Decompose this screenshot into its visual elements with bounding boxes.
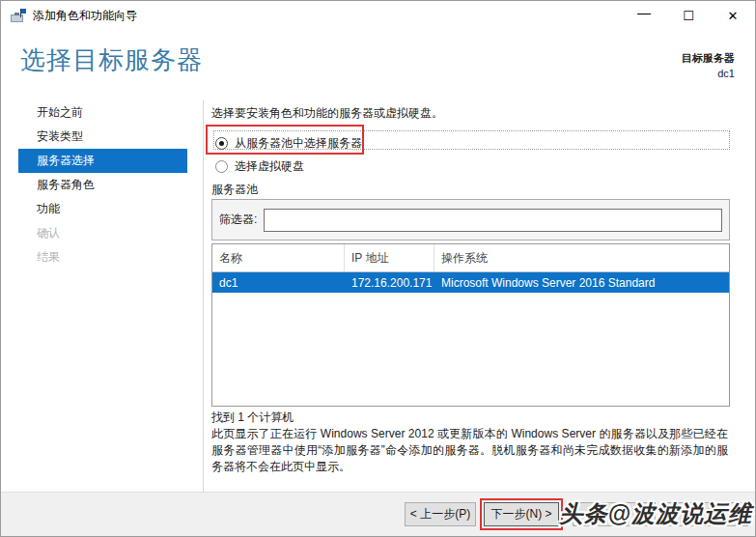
radio-unchecked-icon[interactable]	[215, 160, 228, 173]
window-title: 添加角色和功能向导	[33, 8, 137, 24]
column-header-name[interactable]: 名称	[212, 244, 345, 271]
sidebar-item-features[interactable]: 功能	[18, 197, 187, 221]
minimize-icon[interactable]: —	[622, 1, 666, 30]
table-header-row: 名称 IP 地址 操作系统	[212, 244, 729, 272]
filter-input[interactable]	[264, 209, 722, 232]
cell-server-name: dc1	[212, 276, 345, 290]
watermark-text: 头条@波波说运维	[560, 498, 752, 529]
sidebar-item-installation-type[interactable]: 安装类型	[18, 125, 187, 149]
server-pool-table: 名称 IP 地址 操作系统 dc1 172.16.200.171 Microso…	[211, 243, 730, 407]
cell-server-os: Microsoft Windows Server 2016 Standard	[434, 276, 729, 290]
radio-vhd-label[interactable]: 选择虚拟硬盘	[235, 158, 304, 175]
wizard-header: 选择目标服务器 目标服务器 dc1	[1, 30, 755, 100]
computers-found-text: 找到 1 个计算机	[211, 410, 294, 426]
sidebar-item-results: 结果	[18, 245, 187, 269]
sidebar-item-server-selection[interactable]: 服务器选择	[18, 149, 187, 173]
title-bar: 添加角色和功能向导 — ☐ ✕	[1, 1, 755, 30]
sidebar-item-before-you-begin[interactable]: 开始之前	[18, 100, 187, 125]
sidebar-item-server-roles[interactable]: 服务器角色	[18, 173, 187, 197]
radio-checked-icon[interactable]	[215, 137, 228, 150]
window-controls: — ☐ ✕	[622, 1, 755, 30]
column-header-ip[interactable]: IP 地址	[345, 244, 434, 271]
wizard-window: 添加角色和功能向导 — ☐ ✕ 选择目标服务器 目标服务器 dc1 开始之前 安…	[0, 0, 756, 537]
page-description-text: 此页显示了正在运行 Windows Server 2012 或更新版本的 Win…	[211, 426, 728, 475]
next-button[interactable]: 下一步(N) >	[484, 502, 559, 526]
table-row-dc1[interactable]: dc1 172.16.200.171 Microsoft Windows Ser…	[212, 272, 729, 293]
wizard-app-icon	[10, 8, 26, 23]
wizard-footer: < 上一步(P) 下一步(N) > 安装(I) 取消 头条@波波说运维	[1, 492, 755, 536]
server-pool-title: 服务器池	[211, 182, 258, 198]
filter-panel: 筛选器:	[211, 199, 730, 240]
column-header-os[interactable]: 操作系统	[434, 244, 729, 271]
close-icon[interactable]: ✕	[711, 1, 755, 30]
filter-label: 筛选器:	[219, 212, 257, 228]
server-selection-content: 选择要安装角色和功能的服务器或虚拟硬盘。 从服务器池中选择服务器 选择虚拟硬盘 …	[211, 100, 730, 492]
wizard-body: 开始之前 安装类型 服务器选择 服务器角色 功能 确认 结果 选择要安装角色和功…	[1, 100, 755, 492]
cell-server-ip: 172.16.200.171	[345, 276, 434, 290]
sidebar-item-confirmation: 确认	[18, 221, 187, 245]
radio-select-from-pool[interactable]: 从服务器池中选择服务器	[215, 135, 362, 152]
target-server-label: 目标服务器	[682, 51, 735, 66]
target-server-block: 目标服务器 dc1	[682, 51, 735, 79]
maximize-icon[interactable]: ☐	[666, 1, 711, 30]
instruction-text: 选择要安装角色和功能的服务器或虚拟硬盘。	[211, 105, 443, 122]
target-server-value: dc1	[682, 68, 735, 79]
previous-button[interactable]: < 上一步(P)	[405, 502, 476, 526]
wizard-steps-sidebar: 开始之前 安装类型 服务器选择 服务器角色 功能 确认 结果	[1, 100, 204, 492]
page-title: 选择目标服务器	[20, 43, 203, 77]
radio-select-vhd[interactable]: 选择虚拟硬盘	[215, 158, 304, 175]
radio-pool-label[interactable]: 从服务器池中选择服务器	[235, 135, 362, 152]
